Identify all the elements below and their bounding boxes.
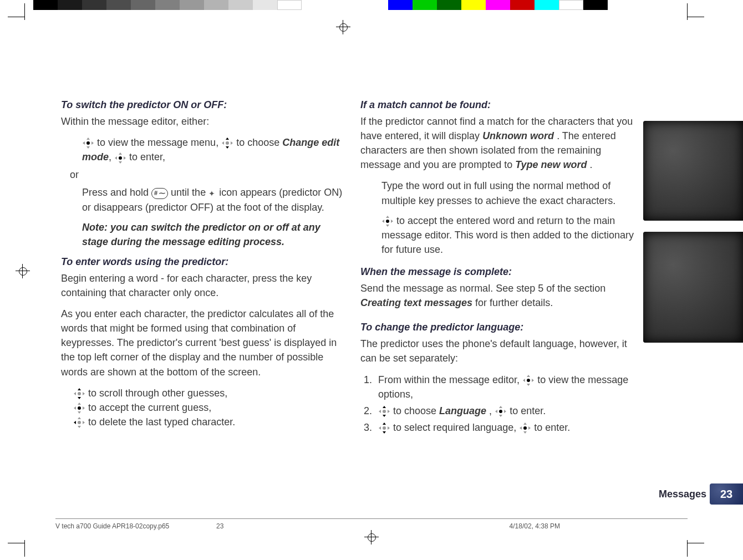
body-text: to view the message menu, (97, 137, 221, 148)
body-text: Send the message as normal. See step 5 o… (360, 281, 643, 310)
right-column: If a match cannot be found: If the predi… (360, 94, 643, 437)
body-text: for further details. (475, 297, 553, 308)
crop-mark (688, 543, 704, 543)
heading-enter-words: To enter words using the predictor: (61, 254, 344, 269)
body-text: to choose (236, 137, 282, 148)
body-text: , (489, 405, 495, 416)
body-text: . (590, 159, 593, 170)
thumb-tab (643, 121, 743, 221)
registration-mark-icon (17, 265, 29, 277)
registration-mark-icon (365, 531, 378, 543)
page-number-badge: 23 (710, 483, 743, 505)
footer-page: 23 (216, 522, 223, 530)
or-separator: or (70, 167, 344, 182)
heading-switch-predictor: To switch the predictor ON or OFF: (61, 98, 344, 112)
body-text: Press and hold (82, 187, 151, 198)
instruction-item: Press and hold # ⁓ until the icon appear… (82, 185, 344, 214)
instruction-item: to delete the last typed character. (73, 415, 344, 429)
body-text: Begin entering a word - for each charact… (61, 271, 344, 300)
dpad-left-icon (74, 418, 84, 427)
body-text: until the (171, 187, 208, 198)
instruction-item: to accept the entered word and return to… (381, 213, 643, 257)
body-text: As you enter each character, the predict… (61, 307, 344, 379)
crop-mark (8, 543, 24, 543)
registration-mark-icon (337, 21, 349, 33)
body-text: Within the message editor, either: (61, 114, 344, 129)
crop-mark (687, 3, 688, 20)
body-text: Send the message as normal. See step 5 o… (360, 283, 605, 294)
footer-filename: V tech a700 Guide APR18-02copy.p65 (55, 522, 169, 530)
step-item: From within the message editor, to view … (375, 373, 643, 401)
dpad-updown-icon (379, 423, 389, 433)
body-text: to enter. (534, 422, 570, 433)
dpad-center-icon (115, 153, 125, 163)
body-text: to scroll through other guesses, (88, 388, 227, 399)
ui-term: Type new word (515, 159, 587, 170)
body-text: to delete the last typed character. (88, 416, 235, 427)
heading-change-language: To change the predictor language: (360, 320, 643, 334)
dpad-center-icon (74, 403, 84, 413)
footer-date: 4/18/02, 4:38 PM (510, 522, 560, 530)
crop-mark (24, 3, 25, 20)
body-text: , (109, 151, 114, 162)
thumb-tab (643, 232, 743, 343)
ui-term: Unknown word (482, 130, 554, 141)
heading-message-complete: When the message is complete: (360, 264, 643, 279)
dpad-center-icon (523, 375, 533, 385)
print-calibration-bars (0, 0, 743, 14)
ui-term: Language (439, 405, 486, 416)
step-item: to choose Language , to enter. (375, 404, 643, 418)
print-footer: V tech a700 Guide APR18-02copy.p65 23 4/… (55, 518, 688, 530)
dpad-center-icon (383, 216, 393, 226)
dpad-center-icon (520, 423, 530, 433)
body-text: to select required language, (393, 422, 519, 433)
dpad-updown-icon (74, 389, 84, 399)
dpad-center-icon (83, 138, 93, 148)
instruction-item: Type the word out in full using the norm… (381, 179, 643, 207)
body-text: to choose (393, 405, 439, 416)
dpad-center-icon (496, 406, 506, 416)
heading-no-match: If a match cannot be found: (360, 98, 643, 112)
ui-term: Creating text messages (360, 297, 472, 308)
grayscale-strip (33, 0, 302, 10)
instruction-item: to scroll through other guesses, (73, 386, 344, 400)
left-column: To switch the predictor ON or OFF: Withi… (61, 94, 344, 437)
crop-mark (8, 17, 24, 17)
color-strip (388, 0, 608, 10)
body-text: to accept the entered word and return to… (381, 215, 634, 255)
step-item: to select required language, to enter. (375, 420, 643, 435)
body-text: to enter. (510, 405, 546, 416)
steps-list: From within the message editor, to view … (360, 373, 643, 435)
dpad-updown-icon (222, 138, 232, 148)
section-label: Messages (659, 488, 706, 500)
hash-key-icon: # ⁓ (151, 188, 168, 199)
predictor-indicator-icon (208, 190, 216, 197)
body-text: If the predictor cannot find a match for… (360, 114, 643, 172)
crop-mark (24, 540, 25, 557)
body-text: The predictor uses the phone's default l… (360, 337, 643, 365)
body-text: From within the message editor, (378, 374, 522, 385)
instruction-item: to accept the current guess, (73, 400, 344, 415)
dpad-updown-icon (379, 406, 389, 416)
body-text: to enter, (129, 151, 165, 162)
body-text: to accept the current guess, (88, 402, 211, 413)
note-text: Note: you can switch the predictor on or… (82, 220, 344, 249)
crop-mark (688, 17, 704, 17)
instruction-item: to view the message menu, to choose Chan… (82, 135, 344, 164)
page-content: To switch the predictor ON or OFF: Withi… (61, 94, 643, 437)
